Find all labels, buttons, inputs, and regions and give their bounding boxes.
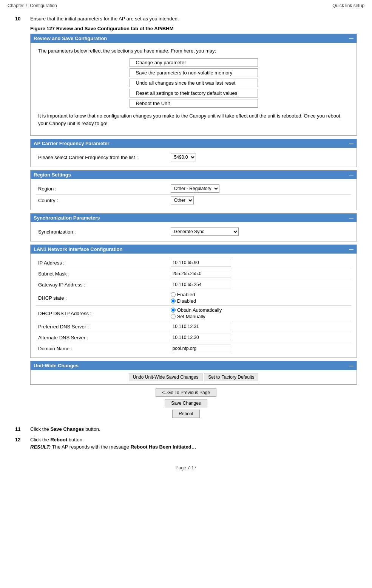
step-12-text-before: Click the — [30, 437, 50, 443]
step-12-result-bold: Reboot Has Been Initiated… — [131, 444, 196, 450]
page-footer: Page 7-17 — [0, 461, 372, 478]
country-row: Country : Other — [36, 195, 351, 206]
review-save-panel: Review and Save Configuration — The para… — [30, 34, 357, 136]
dhcp-dns-value: Obtain Automatically Set Manually — [168, 306, 351, 321]
sync-params-panel: Synchronization Parameters — Synchroniza… — [30, 213, 357, 241]
sync-params-body: Synchronization : Generate Sync — [31, 222, 357, 241]
sync-params-table: Synchronization : Generate Sync — [36, 226, 351, 237]
gateway-input[interactable] — [171, 281, 231, 288]
dhcp-dns-auto-option[interactable]: Obtain Automatically — [171, 307, 349, 313]
dhcp-dns-manual-radio[interactable] — [171, 314, 176, 319]
region-row: Region : Other - Regulatory — [36, 183, 351, 195]
unit-wide-header: Unit-Wide Changes — — [31, 361, 357, 370]
review-save-body: The parameters below reflect the selecti… — [31, 43, 357, 136]
step-10-num: 10 — [15, 15, 30, 22]
dhcp-dns-row: DHCP DNS IP Address : Obtain Automatical… — [36, 306, 351, 321]
sync-label: Synchronization : — [36, 226, 168, 237]
domain-name-input[interactable] — [171, 345, 231, 352]
gateway-label: Gateway IP Address : — [36, 279, 168, 290]
sync-params-title: Synchronization Parameters — [34, 215, 100, 221]
go-to-previous-page-button[interactable]: <=Go To Previous Page — [156, 388, 216, 397]
carrier-freq-panel: AP Carrier Frequency Parameter — Please … — [30, 139, 357, 167]
dhcp-dns-auto-radio[interactable] — [171, 308, 176, 313]
review-option-0: Change any parameter — [130, 58, 258, 67]
sync-select[interactable]: Generate Sync — [171, 227, 239, 236]
undo-unit-wide-button[interactable]: Undo Unit-Wide Saved Changes — [129, 373, 202, 381]
bottom-steps: 11 Click the Save Changes button. 12 Cli… — [15, 426, 357, 451]
carrier-freq-title: AP Carrier Frequency Parameter — [34, 141, 110, 146]
dhcp-disabled-radio[interactable] — [171, 299, 176, 303]
dhcp-state-label: DHCP state : — [36, 290, 168, 306]
region-settings-header: Region Settings — — [31, 170, 357, 179]
step-12-result-label: RESULT: — [30, 444, 51, 450]
step-12-result-text: The AP responds with the message — [51, 444, 130, 450]
country-label: Country : — [36, 195, 168, 206]
dhcp-state-radio-group: Enabled Disabled — [171, 292, 349, 304]
save-changes-button[interactable]: Save Changes — [165, 399, 207, 407]
review-save-minimize-icon[interactable]: — — [349, 36, 353, 41]
lan1-table: IP Address : Subnet Mask : Gateway IP Ad… — [36, 257, 351, 354]
review-save-title: Review and Save Configuration — [34, 36, 107, 41]
region-label: Region : — [36, 183, 168, 195]
region-settings-minimize-icon[interactable]: — — [349, 172, 353, 178]
unit-wide-panel: Unit-Wide Changes — Undo Unit-Wide Saved… — [30, 361, 357, 385]
figure-label: Figure 127 Review and Save Configuration… — [30, 26, 357, 31]
region-settings-panel: Region Settings — Region : Other - Regul… — [30, 170, 357, 210]
set-factory-defaults-button[interactable]: Set to Factory Defaults — [204, 373, 258, 381]
country-select[interactable]: Other — [171, 196, 194, 204]
dhcp-dns-auto-label: Obtain Automatically — [177, 307, 222, 313]
alternate-dns-input[interactable] — [171, 334, 231, 341]
domain-name-value — [168, 343, 351, 354]
ip-address-input[interactable] — [171, 259, 231, 266]
carrier-freq-select[interactable]: 5490.0 — [171, 153, 196, 161]
sync-value: Generate Sync — [168, 226, 351, 237]
dhcp-enabled-radio[interactable] — [171, 292, 176, 297]
lan1-header: LAN1 Network Interface Configuration — — [31, 245, 357, 254]
dhcp-dns-manual-option[interactable]: Set Manually — [171, 314, 349, 319]
gateway-value — [168, 279, 351, 290]
lan1-panel: LAN1 Network Interface Configuration — I… — [30, 244, 357, 358]
step-11-row: 11 Click the Save Changes button. — [15, 426, 357, 433]
region-settings-body: Region : Other - Regulatory Country : Ot… — [31, 179, 357, 210]
ip-address-label: IP Address : — [36, 257, 168, 268]
sync-params-minimize-icon[interactable]: — — [349, 215, 353, 221]
lan1-minimize-icon[interactable]: — — [349, 247, 353, 252]
step-12-text: Click the Reboot button. RESULT: The AP … — [30, 436, 196, 451]
preferred-dns-input[interactable] — [171, 323, 231, 330]
unit-wide-minimize-icon[interactable]: — — [349, 363, 353, 368]
step-11-bold: Save Changes — [50, 426, 84, 432]
region-select[interactable]: Other - Regulatory — [171, 184, 219, 193]
subnet-mask-value — [168, 268, 351, 279]
country-value: Other — [168, 195, 351, 206]
subnet-mask-input[interactable] — [171, 270, 231, 277]
alternate-dns-value — [168, 332, 351, 343]
page-number: Page 7-17 — [176, 465, 196, 470]
subnet-mask-row: Subnet Mask : — [36, 268, 351, 279]
carrier-freq-label: Please select Carrier Frequency from the… — [36, 152, 168, 163]
reboot-button[interactable]: Reboot — [172, 410, 200, 418]
dhcp-enabled-label: Enabled — [177, 292, 195, 297]
dhcp-enabled-option[interactable]: Enabled — [171, 292, 349, 297]
gateway-row: Gateway IP Address : — [36, 279, 351, 290]
ip-address-value — [168, 257, 351, 268]
carrier-freq-minimize-icon[interactable]: — — [349, 141, 353, 146]
figure-label-bold: Figure 127 Review and Save Configuration… — [30, 26, 173, 31]
domain-name-row: Domain Name : — [36, 343, 351, 354]
step-11-text-after: button. — [84, 426, 100, 432]
review-save-panel-header: Review and Save Configuration — — [31, 34, 357, 43]
preferred-dns-label: Preferred DNS Server : — [36, 321, 168, 332]
review-save-intro: The parameters below reflect the selecti… — [38, 47, 349, 55]
dhcp-disabled-option[interactable]: Disabled — [171, 298, 349, 304]
carrier-freq-table: Please select Carrier Frequency from the… — [36, 152, 351, 163]
chapter-header: Chapter 7: Configuration — [8, 3, 57, 8]
dhcp-dns-radio-group: Obtain Automatically Set Manually — [171, 307, 349, 319]
step-12-bold: Reboot — [50, 437, 67, 443]
step-11-text: Click the Save Changes button. — [30, 426, 100, 433]
sync-row: Synchronization : Generate Sync — [36, 226, 351, 237]
review-options-list: Change any parameter Save the parameters… — [38, 58, 349, 108]
section-header: Quick link setup — [332, 3, 364, 8]
carrier-freq-header: AP Carrier Frequency Parameter — — [31, 139, 357, 148]
preferred-dns-value — [168, 321, 351, 332]
dhcp-state-value: Enabled Disabled — [168, 290, 351, 306]
alternate-dns-label: Alternate DNS Server : — [36, 332, 168, 343]
